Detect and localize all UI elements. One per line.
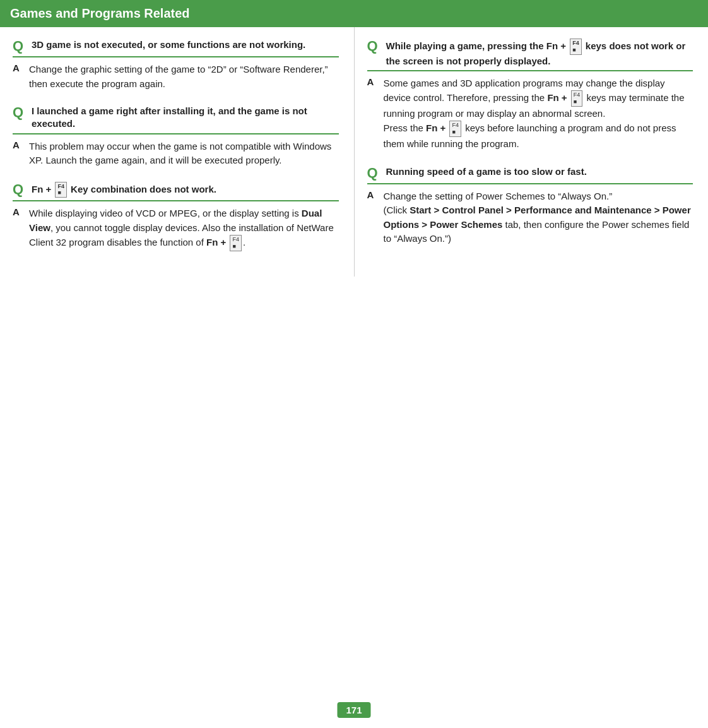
- q3-answer-text: While displaying video of VCD or MPEG, o…: [29, 206, 339, 251]
- q4-question-row: Q While playing a game, pressing the Fn …: [367, 39, 693, 71]
- q1-answer-row: A Change the graphic setting of the game…: [13, 63, 339, 91]
- q2-question-text: I launched a game right after installing…: [32, 105, 339, 131]
- content-area: Q 3D game is not executed, or some funct…: [0, 27, 708, 277]
- page-header: Games and Programs Related: [0, 0, 708, 27]
- q2-a-label: A: [13, 140, 23, 150]
- page-number: 171: [337, 702, 370, 718]
- fn-key-icon-q3: F4■: [55, 182, 67, 198]
- q4-question-text: While playing a game, pressing the Fn + …: [386, 39, 693, 68]
- q5-label: Q: [367, 165, 381, 181]
- q4-bold-fn1: Fn +: [547, 92, 567, 103]
- q5-answer-row: A Change the setting of Power Schemes to…: [367, 189, 693, 246]
- page-title: Games and Programs Related: [10, 6, 190, 20]
- q3-label: Q: [13, 182, 27, 197]
- q2-question-row: Q I launched a game right after installi…: [13, 105, 339, 134]
- q1-answer-text: Change the graphic setting of the game t…: [29, 63, 339, 91]
- q3-question-text: Fn + F4■ Key combination does not work.: [32, 182, 216, 198]
- q3-question-row: Q Fn + F4■ Key combination does not work…: [13, 182, 339, 202]
- q4-bold-fn2: Fn +: [426, 122, 445, 133]
- q5-a-label: A: [367, 189, 377, 200]
- fn-key-icon-q4: F4■: [570, 39, 582, 55]
- q3-bold-dualview: Dual View: [29, 208, 322, 233]
- q2-answer-text: This problem may occur when the game is …: [29, 140, 339, 168]
- q2-answer-row: A This problem may occur when the game i…: [13, 140, 339, 168]
- q4-a-label: A: [367, 76, 377, 87]
- q2-label: Q: [13, 105, 27, 120]
- q1-a-label: A: [13, 63, 23, 73]
- qa-block-2: Q I launched a game right after installi…: [13, 105, 339, 168]
- q1-question-row: Q 3D game is not executed, or some funct…: [13, 39, 339, 57]
- q3-a-label: A: [13, 206, 23, 217]
- qa-block-3: Q Fn + F4■ Key combination does not work…: [13, 182, 339, 251]
- q4-answer-row: A Some games and 3D application programs…: [367, 76, 693, 152]
- fn-key-icon-q3-a: F4■: [230, 235, 242, 251]
- right-column: Q While playing a game, pressing the Fn …: [355, 27, 709, 277]
- q4-label: Q: [367, 39, 381, 54]
- q5-answer-text: Change the setting of Power Schemes to “…: [384, 189, 693, 246]
- q5-question-text: Running speed of a game is too slow or f…: [386, 165, 587, 178]
- q5-question-row: Q Running speed of a game is too slow or…: [367, 165, 693, 184]
- q1-label: Q: [13, 39, 27, 54]
- q1-question-text: 3D game is not executed, or some functio…: [32, 39, 305, 51]
- q4-answer-text: Some games and 3D application programs m…: [384, 76, 693, 152]
- q3-bold-fn: Fn +: [206, 237, 226, 248]
- q5-bold-path: Start > Control Panel > Performance and …: [384, 205, 691, 230]
- fn-key-icon-q4-a1: F4■: [571, 90, 583, 107]
- qa-block-1: Q 3D game is not executed, or some funct…: [13, 39, 339, 91]
- qa-block-4: Q While playing a game, pressing the Fn …: [367, 39, 693, 152]
- left-column: Q 3D game is not executed, or some funct…: [0, 27, 355, 277]
- q3-answer-row: A While displaying video of VCD or MPEG,…: [13, 206, 339, 251]
- fn-key-icon-q4-a2: F4■: [449, 121, 461, 137]
- qa-block-5: Q Running speed of a game is too slow or…: [367, 165, 693, 246]
